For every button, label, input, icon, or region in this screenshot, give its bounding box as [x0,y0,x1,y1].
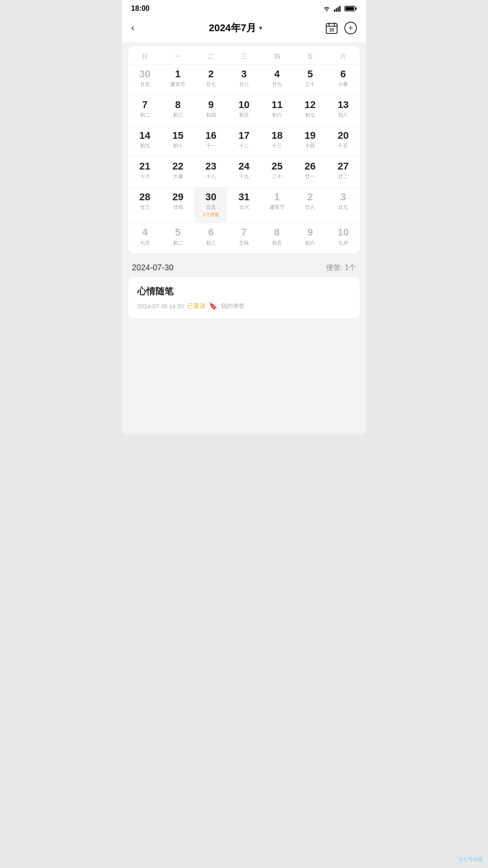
day-lunar: 初四 [195,112,226,118]
weekday-wed: 三 [227,51,260,62]
day-cell[interactable]: 19十四 [294,126,327,156]
day-cell[interactable]: 20十五 [327,126,360,156]
calendar-icon: 30 [325,22,338,34]
month-title[interactable]: 2024年7月 ▾ [209,21,262,35]
day-cell[interactable]: 8初五 [261,222,294,253]
day-number: 28 [129,191,160,203]
day-cell[interactable]: 3廿八 [227,64,260,95]
day-cell[interactable]: 14初九 [128,126,161,156]
day-cell[interactable]: 2廿八 [294,187,327,222]
calendar-today-button[interactable]: 30 [324,20,340,36]
day-cell[interactable]: 10初五 [227,95,260,126]
day-cell[interactable]: 3廿九 [327,187,360,222]
day-lunar: 初六 [295,240,326,246]
day-lunar: 七月 [129,240,160,246]
day-number: 16 [195,130,226,142]
day-cell[interactable]: 12初七 [294,95,327,126]
note-datetime: 2024-07-30 14:50 [137,303,184,310]
day-number: 14 [129,130,160,142]
day-lunar: 小暑 [328,81,359,88]
day-cell[interactable]: 23十八 [194,156,227,187]
back-button[interactable]: ‹ [131,22,147,34]
day-cell[interactable]: 2廿七 [194,64,227,95]
status-time: 18:00 [131,5,150,13]
day-number: 2 [295,191,326,203]
day-cell[interactable]: 4廿九 [261,64,294,95]
day-cell[interactable]: 30廿五1个便签 [194,187,227,222]
day-number: 4 [129,226,160,238]
day-lunar: 初三 [195,240,226,246]
day-cell[interactable]: 30廿五 [128,64,161,95]
day-number: 23 [195,160,226,172]
day-cell[interactable]: 1建军节 [261,187,294,222]
day-number: 3 [228,68,259,80]
day-number: 26 [295,160,326,172]
day-lunar: 初五 [228,112,259,118]
day-lunar: 廿七 [195,81,226,88]
day-cell[interactable]: 16十一 [194,126,227,156]
day-cell[interactable]: 5三十 [294,64,327,95]
note-title: 心情随笔 [137,285,351,297]
day-number: 6 [328,68,359,80]
day-number: 29 [162,191,193,203]
calendar-grid: 30廿五1建党节2廿七3廿八4廿九5三十6小暑7初二8初三9初四10初五11初六… [128,64,360,253]
day-cell[interactable]: 11初六 [261,95,294,126]
calendar: 日 一 二 三 四 五 六 30廿五1建党节2廿七3廿八4廿九5三十6小暑7初二… [128,46,360,253]
day-number: 4 [262,68,293,80]
day-cell[interactable]: 9初六 [294,222,327,253]
day-lunar: 十二 [228,142,259,149]
day-cell[interactable]: 4七月 [128,222,161,253]
day-cell[interactable]: 6初三 [194,222,227,253]
day-cell[interactable]: 1建党节 [161,64,194,95]
add-note-button[interactable]: + [344,22,357,34]
svg-rect-3 [339,6,341,12]
day-lunar: 三十 [295,81,326,88]
wifi-icon [323,5,331,12]
day-cell[interactable]: 7初二 [128,95,161,126]
status-icons [323,5,357,12]
day-lunar: 立秋 [228,240,259,246]
day-number: 19 [295,130,326,142]
day-cell[interactable]: 27廿二 [327,156,360,187]
day-cell[interactable]: 31廿六 [227,187,260,222]
day-cell[interactable]: 15初十 [161,126,194,156]
day-cell[interactable]: 7立秋 [227,222,260,253]
day-number: 15 [162,130,193,142]
day-lunar: 十一 [195,142,226,149]
svg-text:30: 30 [329,28,334,33]
day-cell[interactable]: 29廿四 [161,187,194,222]
selected-date-bar: 2024-07-30 便签: 1个 [122,257,366,277]
note-card[interactable]: 心情随笔 2024-07-30 14:50 已置顶 🔖 我的便签 [128,277,360,318]
weekday-fri: 五 [294,51,327,62]
day-lunar: 十六 [129,173,160,180]
day-number: 5 [295,68,326,80]
day-number: 17 [228,130,259,142]
day-cell[interactable]: 13初八 [327,95,360,126]
day-cell[interactable]: 6小暑 [327,64,360,95]
day-cell[interactable]: 26廿一 [294,156,327,187]
day-cell[interactable]: 9初四 [194,95,227,126]
day-number: 1 [162,68,193,80]
day-cell[interactable]: 17十二 [227,126,260,156]
header: ‹ 2024年7月 ▾ 30 + [122,15,366,42]
weekday-header: 日 一 二 三 四 五 六 [128,46,360,64]
day-cell[interactable]: 22大暑 [161,156,194,187]
day-cell[interactable]: 18十三 [261,126,294,156]
day-lunar: 十九 [228,173,259,180]
day-cell[interactable]: 8初三 [161,95,194,126]
day-cell[interactable]: 25二十 [261,156,294,187]
svg-rect-6 [346,7,354,10]
day-number: 10 [328,226,359,238]
day-lunar: 十八 [195,173,226,180]
day-number: 9 [195,99,226,111]
day-number: 31 [228,191,259,203]
day-lunar: 廿五 [129,81,160,88]
day-cell[interactable]: 10七夕 [327,222,360,253]
day-number: 10 [228,99,259,111]
day-cell[interactable]: 5初二 [161,222,194,253]
day-cell[interactable]: 28廿三 [128,187,161,222]
selected-date-text: 2024-07-30 [132,263,174,273]
day-cell[interactable]: 24十九 [227,156,260,187]
day-lunar: 初六 [262,112,293,118]
day-cell[interactable]: 21十六 [128,156,161,187]
